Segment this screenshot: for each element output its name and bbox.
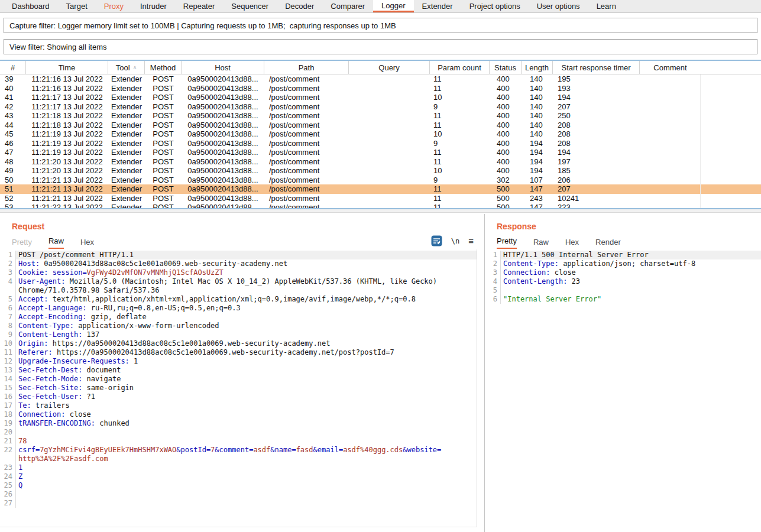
response-tab-render[interactable]: Render xyxy=(595,238,621,249)
table-row[interactable]: 4911:21:20 13 Jul 2022ExtenderPOST0a9500… xyxy=(0,166,761,176)
cell-tool: Extender xyxy=(108,74,145,83)
menu-item-repeater[interactable]: Repeater xyxy=(175,0,223,12)
column-header-start-response-timer[interactable]: Start response timer xyxy=(553,61,640,74)
menu-item-learn[interactable]: Learn xyxy=(588,0,624,12)
request-panel-title: Request xyxy=(12,222,484,231)
cell-path: /post/comment xyxy=(264,166,349,175)
column-header-path[interactable]: Path xyxy=(264,61,349,74)
cell-method: POST xyxy=(145,157,182,166)
response-tab-hex[interactable]: Hex xyxy=(565,238,579,249)
cell-length: 243 xyxy=(522,194,553,203)
editor-line: 27 xyxy=(0,499,477,508)
request-tab-raw[interactable]: Raw xyxy=(48,236,64,249)
response-editor[interactable]: 1HTTP/1.1 500 Internal Server Error2Cont… xyxy=(485,249,761,532)
request-tab-pretty[interactable]: Pretty xyxy=(12,238,32,249)
cell-path: /post/comment xyxy=(264,93,349,102)
table-row[interactable]: 4411:21:18 13 Jul 2022ExtenderPOST0a9500… xyxy=(0,121,761,130)
syntax-segment: Content-Type: xyxy=(18,322,74,330)
column-header-param-count[interactable]: Param count xyxy=(430,61,490,74)
line-number: 8 xyxy=(0,322,16,330)
cell-host: 0a9500020413d88... xyxy=(182,148,264,157)
line-content: Sec-Fetch-Site: same-origin xyxy=(16,384,477,392)
menu-item-target[interactable]: Target xyxy=(58,0,96,12)
cell-tool: Extender xyxy=(108,176,145,184)
syntax-segment: Accept-Encoding: xyxy=(18,313,87,321)
table-row[interactable]: 4311:21:18 13 Jul 2022ExtenderPOST0a9500… xyxy=(0,111,761,121)
capture-filter-bar[interactable]: Capture filter: Logger memory limit set … xyxy=(4,18,757,33)
line-number: 17 xyxy=(0,401,16,410)
menu-item-decoder[interactable]: Decoder xyxy=(277,0,322,12)
column-header-time[interactable]: Time xyxy=(26,61,108,74)
line-number: 24 xyxy=(0,472,16,481)
line-number: 6 xyxy=(0,304,16,313)
menu-item-project-options[interactable]: Project options xyxy=(461,0,529,12)
column-header-status[interactable]: Status xyxy=(490,61,522,74)
line-number: 9 xyxy=(0,330,16,339)
table-row[interactable]: 5211:21:21 13 Jul 2022ExtenderPOST0a9500… xyxy=(0,194,761,203)
table-row[interactable]: 3911:21:16 13 Jul 2022ExtenderPOST0a9500… xyxy=(0,74,761,84)
menu-item-proxy[interactable]: Proxy xyxy=(96,0,132,12)
newline-icon[interactable]: \n xyxy=(451,237,459,245)
response-tab-pretty[interactable]: Pretty xyxy=(497,236,517,249)
editor-line: 13Sec-Fetch-Dest: document xyxy=(0,366,477,375)
main-menu-bar: DashboardTargetProxyIntruderRepeaterSequ… xyxy=(0,0,761,13)
line-content: Accept-Encoding: gzip, deflate xyxy=(16,313,477,322)
syntax-segment: same-origin xyxy=(82,384,134,392)
response-tab-raw[interactable]: Raw xyxy=(533,238,549,249)
table-row[interactable]: 4111:21:17 13 Jul 2022ExtenderPOST0a9500… xyxy=(0,93,761,102)
column-header-host[interactable]: Host xyxy=(182,61,264,74)
cell-start-response-timer: 207 xyxy=(553,184,640,193)
editor-line: 17Te: trailers xyxy=(0,401,477,410)
column-header-tool[interactable]: Tool∧ xyxy=(108,61,145,74)
soft-wrap-icon[interactable] xyxy=(431,235,442,246)
menu-item-sequencer[interactable]: Sequencer xyxy=(223,0,277,12)
column-header-method[interactable]: Method xyxy=(145,61,182,74)
editor-line: 20 xyxy=(0,428,477,437)
cell-start-response-timer: 206 xyxy=(553,176,640,184)
column-header-query[interactable]: Query xyxy=(349,61,430,74)
response-panel: Response PrettyRawHexRender 1HTTP/1.1 50… xyxy=(485,213,761,532)
syntax-segment: &name= xyxy=(270,446,296,454)
cell-start-response-timer: 195 xyxy=(553,74,640,83)
menu-item-dashboard[interactable]: Dashboard xyxy=(4,0,58,12)
table-row[interactable]: 4511:21:19 13 Jul 2022ExtenderPOST0a9500… xyxy=(0,129,761,139)
capture-filter-text: Capture filter: Logger memory limit set … xyxy=(9,21,396,30)
table-row[interactable]: 5011:21:21 13 Jul 2022ExtenderPOST0a9500… xyxy=(0,176,761,185)
menu-item-extender[interactable]: Extender xyxy=(414,0,461,12)
line-content xyxy=(501,286,761,295)
table-row[interactable]: 4611:21:19 13 Jul 2022ExtenderPOST0a9500… xyxy=(0,139,761,148)
cell-time: 11:21:22 13 Jul 2022 xyxy=(26,203,108,208)
table-row[interactable]: 4011:21:16 13 Jul 2022ExtenderPOST0a9500… xyxy=(0,84,761,93)
cell-status: 400 xyxy=(490,102,522,111)
column-header-label: Time xyxy=(59,63,75,72)
table-row[interactable]: 5311:21:22 13 Jul 2022ExtenderPOST0a9500… xyxy=(0,203,761,208)
menu-item-intruder[interactable]: Intruder xyxy=(132,0,175,12)
cell-tool: Extender xyxy=(108,84,145,93)
menu-icon[interactable]: ≡ xyxy=(468,236,474,245)
table-row-selected[interactable]: 5111:21:21 13 Jul 2022ExtenderPOST0a9500… xyxy=(0,184,761,194)
column-header-number[interactable]: # xyxy=(0,61,26,74)
column-header-comment[interactable]: Comment xyxy=(640,61,701,74)
syntax-segment: Upgrade-Insecure-Requests: xyxy=(18,357,129,365)
menu-item-logger[interactable]: Logger xyxy=(373,0,413,12)
table-row[interactable]: 4811:21:20 13 Jul 2022ExtenderPOST0a9500… xyxy=(0,157,761,167)
cell-start-response-timer: 197 xyxy=(553,157,640,166)
column-header-length[interactable]: Length xyxy=(522,61,553,74)
cell-tool: Extender xyxy=(108,139,145,148)
sort-ascending-icon: ∧ xyxy=(133,64,137,70)
syntax-segment: Referer: xyxy=(18,348,53,356)
menu-item-comparer[interactable]: Comparer xyxy=(322,0,373,12)
syntax-segment: Accept-Language: xyxy=(18,304,87,312)
table-row[interactable]: 4211:21:17 13 Jul 2022ExtenderPOST0a9500… xyxy=(0,102,761,112)
syntax-segment: application/json; charset=utf-8 xyxy=(559,259,695,268)
syntax-segment: http%3A%2F%2Fasdf.com xyxy=(18,455,108,463)
request-editor[interactable]: 1POST /post/comment HTTP/1.12Host: 0a950… xyxy=(0,249,477,527)
cell-number: 48 xyxy=(0,157,26,166)
menu-item-user-options[interactable]: User options xyxy=(529,0,588,12)
syntax-segment: Sec-Fetch-Dest: xyxy=(18,366,82,374)
table-row[interactable]: 4711:21:19 13 Jul 2022ExtenderPOST0a9500… xyxy=(0,148,761,157)
view-filter-bar[interactable]: View filter: Showing all items xyxy=(4,39,757,54)
cell-param-count: 11 xyxy=(430,157,490,166)
line-number: 22 xyxy=(0,446,16,463)
request-tab-hex[interactable]: Hex xyxy=(80,238,94,249)
